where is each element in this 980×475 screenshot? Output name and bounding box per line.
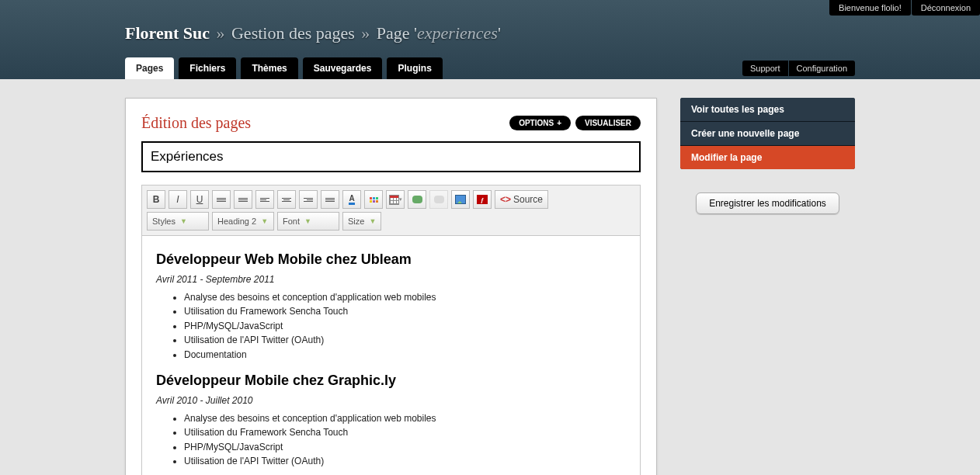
save-button[interactable]: Enregistrer les modifications <box>696 192 839 214</box>
tab-fichiers[interactable]: Fichiers <box>179 57 236 79</box>
size-select[interactable]: Size▼ <box>342 212 381 231</box>
tab-pages[interactable]: Pages <box>125 57 174 79</box>
flash-button[interactable]: ƒ <box>473 190 492 209</box>
bold-button[interactable]: B <box>147 190 165 209</box>
nav-tabs: PagesFichiersThèmesSauvegardesPlugins <box>125 57 742 79</box>
breadcrumb: Florent Suc » Gestion des pages » Page '… <box>125 23 855 43</box>
panel-title: Édition des pages <box>141 114 505 132</box>
underline-button[interactable]: U <box>190 190 209 209</box>
breadcrumb-section: Gestion des pages <box>231 23 355 43</box>
link-button[interactable] <box>408 190 426 209</box>
job-bullets: Analyse des besoins et conception d'appl… <box>156 412 626 469</box>
align-justify-button[interactable] <box>321 190 339 209</box>
sidebar-item[interactable]: Créer une nouvelle page <box>680 122 855 146</box>
nav-right: Support Configuration <box>742 61 855 76</box>
editor-toolbar: B I U A ▾ <box>142 185 640 236</box>
numbered-list-button[interactable] <box>212 190 231 209</box>
italic-button[interactable]: I <box>169 190 187 209</box>
edit-panel: Édition des pages OPTIONS+ VISUALISER B … <box>125 98 657 475</box>
list-item: PHP/MySQL/JavaScript <box>184 441 626 454</box>
job-dates: Avril 2010 - Juillet 2010 <box>156 395 626 406</box>
list-item: Analyse des besoins et conception d'appl… <box>184 412 626 425</box>
logout-link[interactable]: Déconnexion <box>912 0 980 16</box>
support-link[interactable]: Support <box>742 61 788 76</box>
align-center-button[interactable] <box>277 190 296 209</box>
text-color-button[interactable]: A <box>342 190 361 209</box>
breadcrumb-sep: » <box>216 23 224 43</box>
unlink-button <box>429 190 448 209</box>
editor-content[interactable]: Développeur Web Mobile chez UbleamAvril … <box>142 236 640 475</box>
align-left-button[interactable] <box>255 190 274 209</box>
welcome-link[interactable]: Bienvenue flolio! <box>829 0 911 16</box>
tab-sauvegardes[interactable]: Sauvegardes <box>303 57 383 79</box>
job-bullets: Analyse des besoins et conception d'appl… <box>156 291 626 362</box>
header-band: Bienvenue flolio! Déconnexion Florent Su… <box>0 0 980 79</box>
visualize-button[interactable]: VISUALISER <box>575 116 641 130</box>
job-title: Développeur Mobile chez Graphic.ly <box>156 373 626 389</box>
editor: B I U A ▾ <box>141 185 641 475</box>
breadcrumb-page-label: Page <box>377 23 410 43</box>
font-select[interactable]: Font▼ <box>277 212 339 231</box>
plus-icon: + <box>557 119 561 127</box>
breadcrumb-page-name: experiences <box>417 23 498 43</box>
side-menu: Voir toutes les pagesCréer une nouvelle … <box>680 98 855 169</box>
image-button[interactable] <box>451 190 470 209</box>
sidebar-item[interactable]: Modifier la page <box>680 146 855 169</box>
list-item: Utilisation de l'API Twitter (OAuth) <box>184 334 626 347</box>
bullet-list-button[interactable] <box>234 190 252 209</box>
list-item: PHP/MySQL/JavaScript <box>184 320 626 333</box>
styles-select[interactable]: Styles▼ <box>147 212 209 231</box>
source-button[interactable]: <>Source <box>495 190 548 209</box>
breadcrumb-sep: » <box>361 23 370 43</box>
list-item: Analyse des besoins et conception d'appl… <box>184 291 626 304</box>
sidebar-item[interactable]: Voir toutes les pages <box>680 98 855 122</box>
breadcrumb-site: Florent Suc <box>125 23 210 43</box>
format-select[interactable]: Heading 2▼ <box>212 212 274 231</box>
job-dates: Avril 2011 - Septembre 2011 <box>156 274 626 285</box>
align-right-button[interactable] <box>299 190 318 209</box>
list-item: Utilisation de l'API Twitter (OAuth) <box>184 455 626 468</box>
tab-plugins[interactable]: Plugins <box>387 57 442 79</box>
config-link[interactable]: Configuration <box>789 61 855 76</box>
bg-color-button[interactable] <box>364 190 383 209</box>
list-item: Utilisation du Framework Sencha Touch <box>184 426 626 439</box>
list-item: Documentation <box>184 348 626 362</box>
topbar: Bienvenue flolio! Déconnexion <box>829 0 980 16</box>
list-item: Utilisation du Framework Sencha Touch <box>184 305 626 318</box>
page-title-input[interactable] <box>141 141 641 172</box>
table-button[interactable]: ▾ <box>386 190 405 209</box>
options-button[interactable]: OPTIONS+ <box>509 116 571 130</box>
job-title: Développeur Web Mobile chez Ubleam <box>156 251 626 268</box>
tab-thèmes[interactable]: Thèmes <box>241 57 297 79</box>
